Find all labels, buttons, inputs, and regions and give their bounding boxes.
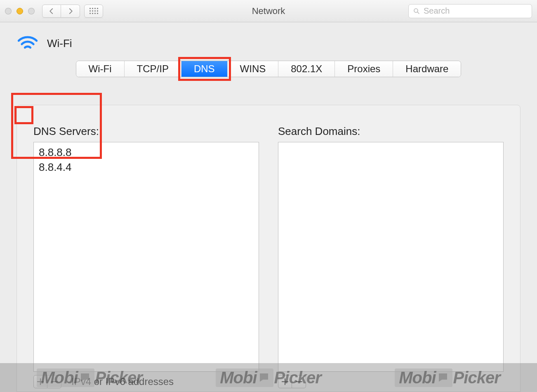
- tab-8021x[interactable]: 802.1X: [278, 61, 335, 77]
- dns-hint: IPv4 or IPv6 addresses: [71, 376, 174, 387]
- dns-servers-label: DNS Servers:: [33, 125, 259, 138]
- minimize-window-button[interactable]: [16, 8, 23, 14]
- zoom-window-button[interactable]: [28, 8, 35, 14]
- remove-search-domain-button[interactable]: [292, 375, 306, 388]
- add-search-domain-button[interactable]: [278, 375, 292, 388]
- search-domains-footer: [278, 372, 504, 392]
- back-button[interactable]: [42, 5, 61, 18]
- window-controls: [5, 8, 35, 14]
- search-input[interactable]: Search: [408, 4, 532, 18]
- minus-icon: [296, 381, 302, 382]
- chevron-left-icon: [48, 7, 55, 15]
- search-domains-list[interactable]: [278, 142, 504, 372]
- show-all-button[interactable]: [84, 5, 103, 18]
- tab-hardware[interactable]: Hardware: [393, 61, 461, 77]
- search-icon: [413, 7, 420, 15]
- dns-servers-footer: IPv4 or IPv6 addresses: [33, 372, 259, 392]
- chevron-right-icon: [67, 7, 74, 15]
- wifi-icon: [16, 34, 39, 53]
- nav-back-forward: [42, 5, 80, 18]
- tab-proxies[interactable]: Proxies: [335, 61, 393, 77]
- tab-dns[interactable]: DNS: [181, 61, 228, 77]
- tab-wifi[interactable]: Wi-Fi: [76, 61, 125, 77]
- dns-server-entry[interactable]: 8.8.8.8: [39, 145, 254, 160]
- minus-icon: [51, 381, 58, 382]
- tab-wins[interactable]: WINS: [228, 61, 279, 77]
- connection-header: Wi-Fi: [5, 22, 532, 59]
- search-domains-label: Search Domains:: [278, 125, 504, 138]
- search-placeholder: Search: [424, 6, 450, 16]
- tab-tcpip[interactable]: TCP/IP: [125, 61, 181, 77]
- tabs-container: Wi-FiTCP/IPDNSWINS802.1XProxiesHardware: [5, 59, 532, 77]
- highlight-add-button: [14, 106, 33, 124]
- add-dns-server-button[interactable]: [33, 375, 47, 388]
- dns-servers-column: DNS Servers: 8.8.8.88.8.4.4 IPv4 or IPv6…: [33, 125, 259, 392]
- grid-icon: [90, 8, 98, 14]
- forward-button[interactable]: [61, 5, 80, 18]
- dns-server-entry[interactable]: 8.8.4.4: [39, 160, 254, 175]
- connection-name: Wi-Fi: [47, 37, 72, 50]
- dns-panel: DNS Servers: 8.8.8.88.8.4.4 IPv4 or IPv6…: [16, 105, 521, 392]
- svg-line-1: [417, 12, 419, 14]
- close-window-button[interactable]: [5, 8, 12, 14]
- remove-dns-server-button[interactable]: [47, 375, 61, 388]
- tabs: Wi-FiTCP/IPDNSWINS802.1XProxiesHardware: [76, 61, 462, 77]
- titlebar: Network Search: [0, 0, 537, 22]
- search-domains-column: Search Domains:: [278, 125, 504, 392]
- svg-point-0: [414, 9, 418, 12]
- content: Wi-Fi Wi-FiTCP/IPDNSWINS802.1XProxiesHar…: [0, 22, 537, 392]
- dns-servers-list[interactable]: 8.8.8.88.8.4.4: [33, 142, 259, 372]
